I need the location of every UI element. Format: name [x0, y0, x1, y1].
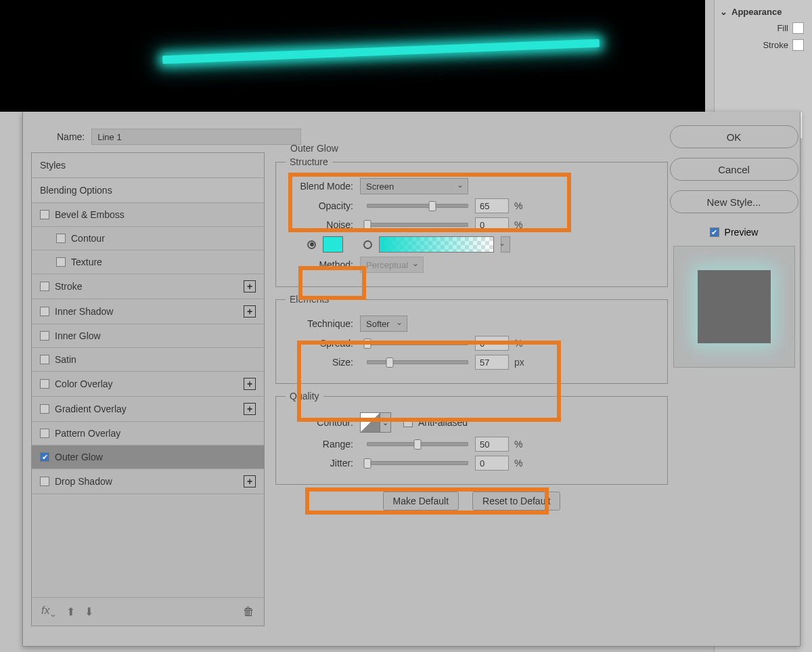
make-default-button[interactable]: Make Default: [383, 492, 459, 510]
glow-color-swatch[interactable]: [323, 236, 343, 253]
ok-button[interactable]: OK: [670, 125, 798, 148]
effect-label: Color Overlay: [55, 378, 113, 389]
antialiased-checkbox[interactable]: [403, 418, 413, 427]
effect-checkbox[interactable]: [40, 379, 49, 389]
effect-row-color-overlay[interactable]: Color Overlay+: [32, 372, 264, 397]
gradient-radio[interactable]: [363, 240, 372, 249]
opacity-input[interactable]: [475, 198, 509, 213]
add-effect-icon[interactable]: +: [244, 403, 256, 415]
effect-checkbox[interactable]: [40, 307, 49, 316]
jitter-slider[interactable]: [367, 461, 468, 465]
new-style-button[interactable]: New Style...: [670, 190, 798, 213]
range-row: Range: %: [286, 437, 658, 452]
effect-row-texture[interactable]: Texture: [32, 251, 264, 274]
quality-legend: Quality: [286, 391, 323, 401]
jitter-input[interactable]: [475, 456, 509, 471]
noise-label: Noise:: [286, 219, 353, 230]
preview-label: Preview: [725, 227, 759, 238]
fill-label: Fill: [758, 23, 788, 33]
effect-row-satin[interactable]: Satin: [32, 348, 264, 372]
move-down-icon[interactable]: ⬇: [85, 605, 93, 618]
fill-swatch[interactable]: [792, 22, 804, 34]
effect-row-inner-glow[interactable]: Inner Glow: [32, 324, 264, 348]
blend-mode-dropdown[interactable]: Screen: [360, 178, 468, 194]
range-slider[interactable]: [367, 442, 468, 446]
effect-checkbox[interactable]: [56, 234, 66, 243]
structure-legend: Structure: [286, 156, 332, 167]
preview-toggle[interactable]: Preview: [710, 227, 759, 238]
effects-panel: Styles Blending Options Bevel & EmbossCo…: [31, 152, 265, 626]
effect-row-pattern-overlay[interactable]: Pattern Overlay: [32, 422, 264, 445]
technique-row: Technique: Softer: [286, 316, 658, 332]
effect-row-contour[interactable]: Contour: [32, 227, 264, 251]
fx-menu-icon[interactable]: fx⌄: [41, 605, 57, 619]
blending-options-header[interactable]: Blending Options: [32, 178, 264, 203]
effect-row-outer-glow[interactable]: Outer Glow: [32, 445, 264, 469]
add-effect-icon[interactable]: +: [244, 378, 256, 390]
technique-dropdown[interactable]: Softer: [360, 316, 407, 332]
spread-label: Spread:: [286, 338, 353, 349]
opacity-row: Opacity: %: [286, 198, 658, 213]
noise-row: Noise: %: [286, 217, 658, 232]
add-effect-icon[interactable]: +: [244, 305, 256, 318]
effect-checkbox[interactable]: [40, 331, 49, 341]
fill-row[interactable]: Fill: [715, 20, 812, 37]
name-input[interactable]: [91, 129, 301, 145]
effect-checkbox[interactable]: [40, 282, 49, 291]
spread-row: Spread: %: [286, 336, 658, 351]
effect-checkbox[interactable]: [40, 452, 49, 462]
contour-sample[interactable]: [360, 412, 380, 433]
noise-slider[interactable]: [367, 223, 468, 227]
appearance-label: Appearance: [731, 7, 782, 17]
contour-picker-caret[interactable]: ⌄: [380, 412, 391, 433]
size-slider[interactable]: [367, 360, 468, 364]
cancel-button[interactable]: Cancel: [670, 158, 798, 181]
effect-label: Outer Glow: [55, 452, 103, 462]
appearance-accordion[interactable]: ⌄ Appearance: [715, 4, 812, 20]
gradient-picker-caret[interactable]: [501, 236, 510, 253]
effect-checkbox[interactable]: [40, 355, 49, 364]
elements-group: Elements Technique: Softer Spread: % Siz…: [275, 294, 668, 384]
effect-row-drop-shadow[interactable]: Drop Shadow+: [32, 469, 264, 494]
stroke-label: Stroke: [758, 40, 788, 50]
preview-checkbox[interactable]: [710, 227, 719, 237]
effect-row-bevel-emboss[interactable]: Bevel & Emboss: [32, 203, 264, 227]
glow-gradient-swatch[interactable]: [379, 236, 494, 253]
effect-checkbox[interactable]: [40, 429, 49, 438]
effect-settings: Outer Glow Structure Blend Mode: Screen …: [275, 139, 668, 510]
noise-input[interactable]: [475, 217, 509, 232]
effect-checkbox[interactable]: [40, 210, 49, 219]
styles-header[interactable]: Styles: [32, 153, 264, 178]
effect-row-gradient-overlay[interactable]: Gradient Overlay+: [32, 397, 264, 422]
name-row: Name:: [57, 129, 301, 145]
effect-row-stroke[interactable]: Stroke+: [32, 274, 264, 299]
contour-row: Contour: ⌄ Anti-aliased: [286, 412, 658, 433]
add-effect-icon[interactable]: +: [244, 280, 256, 292]
effect-checkbox[interactable]: [40, 404, 49, 414]
outer-glow-title: Outer Glow: [290, 143, 668, 154]
effect-label: Texture: [71, 257, 102, 267]
trash-icon[interactable]: 🗑: [243, 605, 254, 619]
range-input[interactable]: [475, 437, 509, 452]
range-unit: %: [514, 439, 522, 450]
stroke-row[interactable]: Stroke: [715, 37, 812, 53]
glow-line-shape: [162, 39, 600, 64]
effect-label: Inner Shadow: [55, 306, 113, 317]
layer-style-dialog: Name: Styles Blending Options Bevel & Em…: [22, 112, 800, 647]
effect-checkbox[interactable]: [40, 477, 49, 486]
preview-patch: [698, 270, 771, 343]
jitter-row: Jitter: %: [286, 456, 658, 471]
structure-group: Structure Blend Mode: Screen Opacity: % …: [275, 156, 668, 287]
spread-slider[interactable]: [367, 341, 468, 345]
add-effect-icon[interactable]: +: [244, 475, 256, 487]
opacity-slider[interactable]: [367, 204, 468, 208]
solid-color-radio[interactable]: [307, 240, 316, 249]
move-up-icon[interactable]: ⬆: [66, 605, 75, 618]
effect-checkbox[interactable]: [56, 257, 66, 267]
size-input[interactable]: [475, 355, 509, 370]
spread-input[interactable]: [475, 336, 509, 351]
effect-row-inner-shadow[interactable]: Inner Shadow+: [32, 299, 264, 324]
reset-default-button[interactable]: Reset to Default: [472, 492, 560, 510]
stroke-swatch[interactable]: [792, 39, 804, 51]
method-label: Method:: [286, 259, 353, 270]
